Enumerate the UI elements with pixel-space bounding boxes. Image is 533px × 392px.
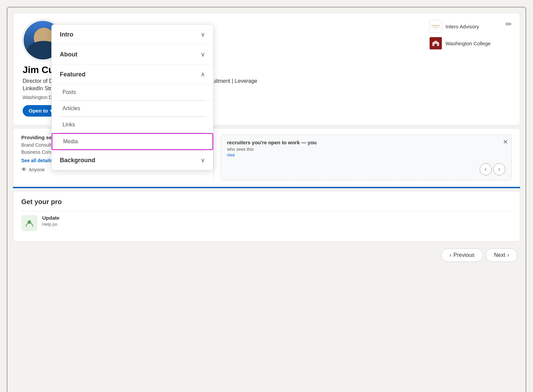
articles-label: Articles bbox=[62, 105, 80, 112]
eye-icon: 👁 bbox=[21, 167, 27, 173]
edit-icon[interactable]: ✏ bbox=[506, 20, 512, 29]
close-button[interactable]: ✕ bbox=[503, 138, 508, 146]
intero-logo: INTERO advisory bbox=[429, 20, 442, 33]
suggestion-icon bbox=[21, 215, 37, 231]
nav-arrows: ‹ › bbox=[227, 163, 505, 175]
next-button[interactable]: Next › bbox=[486, 248, 517, 262]
company-name-intero: Intero Advisory bbox=[446, 24, 479, 29]
prev-chevron-icon: ‹ bbox=[450, 252, 451, 258]
background-chevron-icon: ∨ bbox=[201, 156, 205, 164]
open-to-work-text: who sees this bbox=[227, 147, 505, 152]
progress-bar bbox=[13, 187, 520, 188]
dropdown-item-intro[interactable]: Intro ∨ bbox=[52, 25, 213, 45]
previous-button[interactable]: ‹ Previous bbox=[441, 248, 483, 262]
intro-label: Intro bbox=[60, 31, 73, 38]
links-label: Links bbox=[62, 122, 75, 128]
about-chevron-icon: ∨ bbox=[201, 51, 205, 58]
intro-chevron-icon: ∨ bbox=[201, 31, 205, 38]
about-label: About bbox=[60, 51, 77, 58]
dropdown-item-posts[interactable]: Posts bbox=[52, 84, 213, 100]
profile-suggestion-item: Update Help po bbox=[21, 211, 512, 235]
college-logo bbox=[429, 37, 442, 50]
company-item-college[interactable]: Washington College bbox=[429, 37, 510, 50]
next-arrow[interactable]: › bbox=[493, 163, 505, 175]
pagination-row: ‹ Previous Next › bbox=[7, 244, 526, 266]
background-label: Background bbox=[60, 157, 95, 164]
company-name-college: Washington College bbox=[446, 41, 491, 46]
dropdown-item-background[interactable]: Background ∨ bbox=[52, 150, 213, 170]
dropdown-item-media[interactable]: Media bbox=[52, 133, 213, 150]
media-label: Media bbox=[63, 139, 78, 145]
dropdown-item-links[interactable]: Links bbox=[52, 117, 213, 133]
featured-chevron-icon: ∧ bbox=[201, 71, 205, 78]
dropdown-item-featured[interactable]: Featured ∧ bbox=[52, 65, 213, 84]
get-your-profile-title: Get your pro bbox=[21, 198, 512, 206]
posts-label: Posts bbox=[62, 89, 76, 95]
dropdown-item-articles[interactable]: Articles bbox=[52, 101, 213, 117]
next-chevron-icon: › bbox=[507, 252, 509, 258]
page-wrapper: Jim Cusick in Director of Digital Enable… bbox=[7, 7, 526, 392]
featured-label: Featured bbox=[60, 71, 85, 78]
prev-arrow[interactable]: ‹ bbox=[480, 163, 492, 175]
dropdown-menu: Intro ∨ About ∨ Featured ∧ Posts Article… bbox=[51, 24, 213, 170]
open-to-work-card: ✕ recruiters you're open to work — you w… bbox=[221, 134, 512, 180]
visibility-label: Anyone bbox=[29, 167, 45, 172]
open-to-work-title: recruiters you're open to work — you bbox=[227, 140, 505, 145]
bottom-section: Get your pro Update Help po bbox=[13, 191, 520, 242]
dropdown-item-about[interactable]: About ∨ bbox=[52, 45, 213, 65]
profile-right: INTERO advisory Intero Advisory Washingt… bbox=[423, 20, 510, 50]
suggestion-text: Update Help po bbox=[42, 215, 59, 227]
open-to-work-link[interactable]: rted bbox=[227, 152, 234, 157]
company-item-intero[interactable]: INTERO advisory Intero Advisory bbox=[429, 20, 510, 33]
